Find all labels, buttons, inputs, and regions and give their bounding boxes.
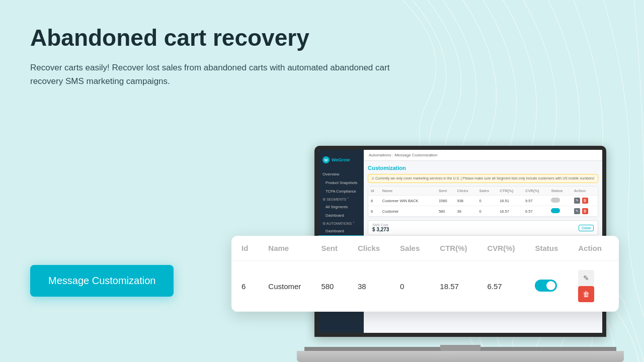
sidebar-item-all-segments[interactable]: All Segments [318, 203, 364, 211]
sms-cost-value: $ 3,273 [372, 227, 389, 232]
detail-button[interactable]: Detail [579, 225, 594, 231]
exp-row-id: 6 [231, 261, 258, 312]
exp-row-sales: 0 [390, 261, 430, 312]
delete-icon[interactable]: 🗑 [582, 198, 588, 204]
laptop-base [297, 351, 624, 362]
col-name: Name [380, 187, 436, 196]
exp-row-sent: 580 [311, 261, 348, 312]
exp-col-sales: Sales [390, 236, 430, 261]
toggle-on[interactable] [551, 208, 560, 213]
app-header: Automations : Message Customization [364, 150, 602, 161]
col-id: Id [368, 187, 380, 196]
sms-cost-section: SMS Cost $ 3,273 Detail [368, 220, 598, 235]
col-ctr: CTR(%) [497, 187, 523, 196]
toggle-off[interactable] [551, 198, 560, 203]
col-status: Status [548, 187, 571, 196]
exp-row-ctr: 18.57 [430, 261, 477, 312]
exp-col-id: Id [231, 236, 258, 261]
floating-card: Message Customization [30, 265, 174, 297]
app-name: WeGrow [332, 157, 350, 162]
exp-col-ctr: CTR(%) [430, 236, 477, 261]
exp-table-row: 6 Customer 580 38 0 18.57 6.57 ✎ 🗑 [231, 261, 619, 312]
exp-row-clicks: 38 [348, 261, 390, 312]
exp-row-action: ✎ 🗑 [568, 261, 619, 312]
exp-col-action: Action [568, 236, 619, 261]
sms-cost-label: SMS Cost [372, 223, 389, 227]
sidebar-section-segments: ⚙ Segments ˅ [318, 196, 364, 203]
col-action: Action [572, 187, 598, 196]
exp-col-status: Status [525, 236, 568, 261]
laptop-notch [440, 345, 480, 351]
exp-col-clicks: Clicks [348, 236, 390, 261]
logo-icon: W [323, 156, 330, 163]
exp-row-status [525, 261, 568, 312]
exp-edit-icon[interactable]: ✎ [578, 270, 594, 286]
exp-delete-icon[interactable]: 🗑 [578, 286, 594, 302]
content-wrapper: Abandoned cart recovery Recover carts ea… [0, 0, 644, 88]
page-title: Abandoned cart recovery [30, 25, 614, 51]
col-clicks: Clicks [455, 187, 477, 196]
col-cvr: CVR(%) [523, 187, 548, 196]
sidebar-item-overview[interactable]: Overview [318, 170, 364, 178]
section-title: Customization [368, 165, 598, 171]
breadcrumb: Automations : Message Customization [369, 153, 438, 157]
sidebar-item-product-snapshots[interactable]: Product Snapshots [318, 178, 364, 187]
data-table: Id Name Sent Clicks Sales CTR(%) CVR(%) … [368, 186, 598, 217]
edit-icon[interactable]: ✎ [574, 198, 580, 204]
table-row: 8 Customer WIN BACK 1580 938 0 16.51 9.5… [368, 196, 598, 206]
sidebar-item-dashboard2[interactable]: Dashboard [318, 227, 364, 235]
page-subtitle: Recover carts easily! Recover lost sales… [30, 61, 423, 88]
sidebar-section-automations: ⚙ Automations ˅ [318, 220, 364, 227]
expanded-table-card: Id Name Sent Clicks Sales CTR(%) CVR(%) … [231, 236, 619, 312]
exp-col-sent: Sent [311, 236, 348, 261]
message-customization-button[interactable]: Message Customization [30, 265, 174, 297]
table-row: 6 Customer 580 38 0 16.57 6.57 ✎ [368, 206, 598, 217]
exp-row-cvr: 6.57 [477, 261, 525, 312]
exp-col-cvr: CVR(%) [477, 236, 525, 261]
exp-row-name: Customer [258, 261, 311, 312]
edit-icon[interactable]: ✎ [574, 208, 580, 214]
alert-bar: ⚠ Currently we only cover marketing serv… [368, 174, 598, 183]
delete-icon[interactable]: 🗑 [582, 208, 588, 214]
sidebar-item-tcpa[interactable]: TCPA Compliance [318, 187, 364, 196]
sidebar-item-dashboard1[interactable]: Dashboard [318, 211, 364, 220]
col-sent: Sent [436, 187, 455, 196]
exp-col-name: Name [258, 236, 311, 261]
toggle-large-on[interactable] [535, 280, 557, 292]
col-sales: Sales [477, 187, 498, 196]
sidebar-logo: W WeGrow [318, 154, 364, 166]
